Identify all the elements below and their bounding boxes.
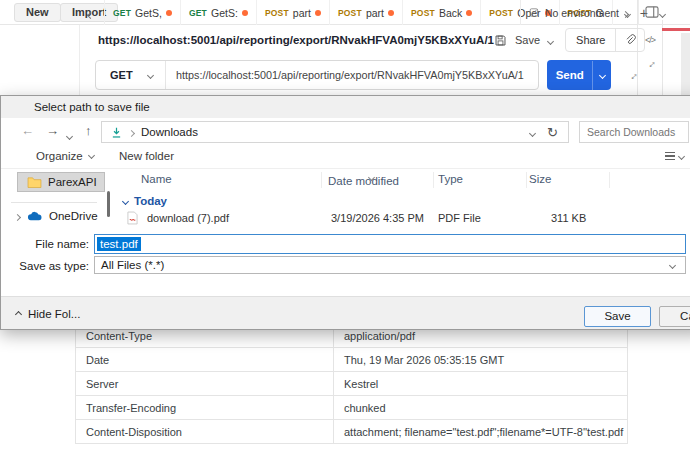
- file-name-label: File name:: [1, 238, 89, 250]
- sidebar-item-parexapi[interactable]: ParexAPI: [17, 172, 105, 192]
- method-badge: POST: [338, 8, 362, 18]
- column-divider[interactable]: [321, 172, 322, 188]
- dialog-save-button[interactable]: Save: [584, 306, 651, 327]
- recent-locations-chevron-icon[interactable]: [67, 127, 72, 142]
- header-key-cell: Content-Disposition: [76, 420, 334, 443]
- request-builder-row: GET https://localhost:5001/api/reporting…: [80, 55, 638, 95]
- unsaved-dot-icon: [466, 10, 472, 16]
- sidebar-folder-label: ParexAPI: [48, 176, 97, 188]
- file-list: Name Date modified Type Size Today downl…: [111, 169, 690, 233]
- method-chevron-icon: [147, 71, 154, 78]
- unsaved-dot-icon: [388, 10, 394, 16]
- expand-panel-icon[interactable]: ↔: [642, 55, 658, 71]
- file-date-cell: 3/19/2026 4:35 PM: [331, 212, 424, 224]
- search-input[interactable]: [580, 122, 688, 142]
- file-type-cell: PDF File: [438, 212, 481, 224]
- code-snippet-icon[interactable]: </>: [645, 35, 655, 45]
- header-row: Date Thu, 19 Mar 2026 05:35:15 GMT: [76, 348, 627, 372]
- send-button[interactable]: Send: [547, 60, 611, 90]
- sidebar-item-onedrive[interactable]: OneDrive: [15, 210, 98, 222]
- dialog-cancel-button[interactable]: Cancel: [659, 306, 690, 327]
- save-options-chevron-icon[interactable]: [548, 34, 553, 46]
- save-icon: [494, 34, 507, 47]
- tab-request-4[interactable]: POST part: [329, 0, 402, 25]
- vertical-scrollbar[interactable]: [681, 33, 690, 95]
- share-button[interactable]: Share: [566, 34, 615, 46]
- column-header-date-modified[interactable]: Date modified: [328, 175, 399, 187]
- up-icon[interactable]: ↑: [85, 123, 92, 138]
- share-control: Share: [565, 28, 645, 52]
- environment-selector[interactable]: No environment: [520, 0, 639, 25]
- column-divider[interactable]: [433, 172, 434, 188]
- address-bar[interactable]: Downloads ↻: [101, 121, 569, 143]
- group-header-today[interactable]: Today: [123, 195, 167, 207]
- view-options-icon[interactable]: [665, 152, 684, 160]
- method-badge: GET: [113, 8, 131, 18]
- column-divider[interactable]: [609, 172, 610, 188]
- combo-chevron-icon: [669, 261, 676, 268]
- column-header-type[interactable]: Type: [438, 173, 463, 185]
- method-badge: GET: [189, 8, 207, 18]
- tab-request-3[interactable]: POST part: [256, 0, 329, 25]
- group-label: Today: [134, 195, 167, 207]
- method-badge: POST: [411, 8, 435, 18]
- sidebar-panel-icon[interactable]: [645, 6, 659, 20]
- column-header-size[interactable]: Size: [529, 173, 551, 185]
- header-value-cell: chunked: [334, 396, 627, 419]
- list-view-icon: [665, 152, 675, 160]
- new-button[interactable]: New: [14, 3, 61, 22]
- refresh-icon[interactable]: ↻: [547, 125, 558, 140]
- tab-label: GetS,: [135, 7, 162, 19]
- chevron-up-icon: [15, 310, 22, 317]
- send-options-chevron-icon[interactable]: [593, 73, 611, 78]
- unsaved-dot-icon: [315, 10, 321, 16]
- onedrive-cloud-icon: [27, 211, 42, 221]
- column-divider[interactable]: [526, 172, 527, 188]
- organize-button[interactable]: Organize: [36, 150, 94, 162]
- folder-icon: [27, 176, 42, 188]
- request-actions: Save Share: [494, 28, 645, 52]
- forward-icon[interactable]: →: [46, 123, 59, 138]
- save-file-dialog: Select path to save file ← → ↑ Downloads…: [0, 95, 690, 330]
- header-key-cell: Transfer-Encoding: [76, 396, 334, 419]
- new-folder-button[interactable]: New folder: [119, 150, 174, 162]
- address-dropdown-chevron-icon[interactable]: [530, 126, 535, 138]
- scroll-indicator: [662, 28, 690, 31]
- unsaved-dot-icon: [166, 10, 172, 16]
- column-header-name[interactable]: Name: [141, 173, 172, 185]
- dialog-body: ParexAPI OneDrive Name Date modified Typ…: [1, 169, 690, 233]
- response-headers-table: Content-Type application/pdf Date Thu, 1…: [75, 323, 628, 444]
- file-name-input[interactable]: test.pdf: [94, 234, 686, 254]
- header-value-cell: Kestrel: [334, 372, 627, 395]
- tab-request-2[interactable]: GET GetS:: [180, 0, 256, 25]
- url-input[interactable]: https://localhost:5001/api/reporting/exp…: [166, 61, 538, 89]
- dialog-footer: Hide Fol... Save Cancel: [1, 296, 690, 330]
- tab-request-5[interactable]: POST Back: [402, 0, 480, 25]
- breadcrumb-location[interactable]: Downloads: [141, 126, 198, 138]
- group-collapse-chevron-icon: [122, 197, 129, 204]
- save-as-type-dropdown[interactable]: All Files (*.*): [94, 256, 686, 274]
- method-badge: POST: [489, 8, 513, 18]
- save-as-type-row: Save as type: All Files (*.*): [1, 256, 690, 276]
- save-request-button[interactable]: Save: [515, 34, 540, 46]
- tab-label: GetS:: [211, 7, 238, 19]
- method-dropdown[interactable]: GET: [96, 61, 166, 89]
- file-name-cell: download (7).pdf: [147, 212, 229, 224]
- file-row[interactable]: download (7).pdf 3/19/2026 4:35 PM PDF F…: [111, 210, 690, 228]
- expand-chevron-icon[interactable]: [15, 210, 20, 222]
- copy-link-icon[interactable]: [616, 34, 644, 46]
- header-row: Transfer-Encoding chunked: [76, 396, 627, 420]
- panel-divider: [662, 20, 663, 95]
- method-badge: POST: [265, 8, 289, 18]
- tab-scroll-left-icon[interactable]: [88, 8, 93, 20]
- back-icon[interactable]: ←: [21, 123, 34, 138]
- environment-chevron-icon: [625, 7, 630, 19]
- file-name-row: File name: test.pdf: [1, 234, 690, 254]
- tab-menu-chevron-icon[interactable]: [660, 7, 665, 19]
- hide-folders-button[interactable]: Hide Fol...: [16, 308, 80, 320]
- tab-label: part: [293, 7, 311, 19]
- tab-request-1[interactable]: GET GetS,: [104, 0, 180, 25]
- sidebar-scrollbar[interactable]: [107, 191, 110, 217]
- environment-label: No environment: [545, 7, 619, 19]
- no-environment-icon: [529, 6, 539, 19]
